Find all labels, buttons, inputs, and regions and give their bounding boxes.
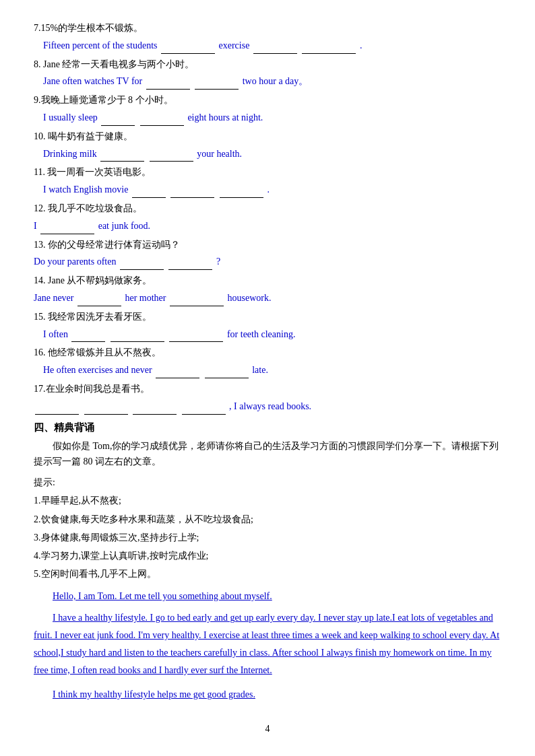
- question-8: 8. Jane 经常一天看电视多与两个小时。 Jane often watche…: [34, 57, 501, 90]
- question-13: 13. 你的父母经常进行体育运动吗？ Do your parents often…: [34, 237, 501, 271]
- q9-suffix: eight hours at night.: [187, 112, 263, 123]
- q12-cn: 12. 我几乎不吃垃圾食品。: [34, 201, 501, 217]
- question-15: 15. 我经常因洗牙去看牙医。 I often for teeth cleani…: [34, 309, 501, 343]
- q15-en-text: I often: [43, 329, 68, 339]
- q13-cn: 13. 你的父母经常进行体育运动吗？: [34, 237, 501, 253]
- q15-blank3[interactable]: [169, 341, 223, 342]
- q16-en: He often exercises and never late.: [34, 362, 501, 378]
- q14-suffix: housework.: [228, 293, 272, 303]
- q8-en: Jane often watches TV for two hour a day…: [34, 73, 501, 90]
- q7-blank2[interactable]: [253, 53, 297, 54]
- q14-en: Jane never her mother housework.: [34, 290, 501, 306]
- q11-suffix: .: [267, 184, 270, 195]
- q13-blank2[interactable]: [168, 269, 212, 270]
- essay-para1: I have a healthy lifestyle. I go to bed …: [34, 609, 501, 679]
- essay-block: Hello, I am Tom. Let me tell you somethi…: [34, 588, 501, 703]
- tips-label: 提示:: [34, 474, 501, 491]
- q13-suffix: ?: [216, 256, 220, 267]
- q11-cn: 11. 我一周看一次英语电影。: [34, 164, 501, 180]
- page-content: 7.15%的学生根本不锻炼。 Fifteen percent of the st…: [34, 20, 501, 734]
- q17-suffix: , I always read books.: [229, 401, 311, 411]
- section-4-title: 四、精典背诵: [34, 421, 501, 434]
- q7-period: .: [360, 40, 363, 50]
- q10-blank1[interactable]: [100, 161, 144, 162]
- q15-blank2[interactable]: [111, 341, 164, 342]
- essay-last-line: I think my healthy lifestyle helps me ge…: [34, 686, 501, 703]
- q13-blank1[interactable]: [120, 269, 164, 270]
- q10-en: Drinking milk your health.: [34, 146, 501, 162]
- essay-first-line: Hello, I am Tom. Let me tell you somethi…: [34, 588, 501, 605]
- tip-4: 4.学习努力,课堂上认真听讲,按时完成作业;: [34, 547, 501, 564]
- q7-en-text: Fifteen percent of the students: [43, 40, 158, 50]
- q17-blank3[interactable]: [133, 414, 177, 415]
- q7-exercise: exercise: [219, 40, 252, 50]
- tip-5: 5.空闲时间看书,几乎不上网。: [34, 565, 501, 582]
- tip-1: 1.早睡早起,从不熬夜;: [34, 492, 501, 509]
- q11-blank3[interactable]: [220, 197, 263, 198]
- q9-en-text: I usually sleep: [43, 112, 98, 123]
- q16-en-text: He often exercises and never: [43, 365, 152, 375]
- q11-blank1[interactable]: [132, 197, 166, 198]
- q14-blank1[interactable]: [77, 306, 121, 306]
- q8-suffix: two hour a day。: [243, 76, 309, 86]
- tip-2: 2.饮食健康,每天吃多种水果和蔬菜，从不吃垃圾食品;: [34, 511, 501, 528]
- section-4: 四、精典背诵 假如你是 Tom,你的学习成绩优异，老师请你将自己的生活及学习方面…: [34, 421, 501, 703]
- q8-cn: 8. Jane 经常一天看电视多与两个小时。: [34, 57, 501, 73]
- question-14: 14. Jane 从不帮妈妈做家务。 Jane never her mother…: [34, 273, 501, 306]
- question-17: 17.在业余时间我总是看书。 , I always read books.: [34, 381, 501, 415]
- q14-middle: her mother: [125, 293, 166, 303]
- q9-cn: 9.我晚上睡觉通常少于 8 个小时。: [34, 92, 501, 108]
- q16-cn: 16. 他经常锻炼并且从不熬夜。: [34, 345, 501, 361]
- q9-blank2[interactable]: [140, 125, 184, 126]
- q11-en-text: I watch English movie: [43, 184, 128, 195]
- question-9: 9.我晚上睡觉通常少于 8 个小时。 I usually sleep eight…: [34, 92, 501, 126]
- q7-en: Fifteen percent of the students exercise…: [34, 38, 501, 54]
- q17-cn: 17.在业余时间我总是看书。: [34, 381, 501, 397]
- q9-blank1[interactable]: [101, 125, 135, 126]
- q10-en-text: Drinking milk: [43, 149, 97, 159]
- q12-suffix: eat junk food.: [98, 221, 150, 231]
- q14-en-text: Jane never: [34, 293, 73, 303]
- q8-blank1[interactable]: [146, 89, 190, 90]
- q16-suffix: late.: [252, 365, 268, 375]
- q15-en: I often for teeth cleaning.: [34, 327, 501, 343]
- section-4-intro: 假如你是 Tom,你的学习成绩优异，老师请你将自己的生活及学习方面的习惯跟同学们…: [34, 438, 501, 471]
- q17-blank4[interactable]: [182, 414, 226, 415]
- q7-blank3[interactable]: [302, 53, 356, 54]
- q10-blank2[interactable]: [150, 161, 193, 162]
- q10-suffix: your health.: [197, 149, 242, 159]
- question-11: 11. 我一周看一次英语电影。 I watch English movie .: [34, 164, 501, 198]
- question-10: 10. 喝牛奶有益于健康。 Drinking milk your health.: [34, 129, 501, 162]
- q8-en-text: Jane often watches TV for: [43, 76, 142, 86]
- q10-cn: 10. 喝牛奶有益于健康。: [34, 129, 501, 145]
- q15-suffix: for teeth cleaning.: [227, 329, 295, 339]
- q8-blank2[interactable]: [195, 89, 239, 90]
- q12-en: I eat junk food.: [34, 218, 501, 234]
- tips-block: 提示: 1.早睡早起,从不熬夜; 2.饮食健康,每天吃多种水果和蔬菜，从不吃垃圾…: [34, 474, 501, 582]
- q9-en: I usually sleep eight hours at night.: [34, 110, 501, 126]
- tip-3: 3.身体健康,每周锻炼三次,坚持步行上学;: [34, 529, 501, 546]
- q17-blank2[interactable]: [84, 414, 128, 415]
- q15-blank1[interactable]: [71, 341, 105, 342]
- q12-blank1[interactable]: [40, 234, 94, 234]
- page-number: 4: [34, 724, 501, 734]
- q14-cn: 14. Jane 从不帮妈妈做家务。: [34, 273, 501, 289]
- question-12: 12. 我几乎不吃垃圾食品。 I eat junk food.: [34, 201, 501, 234]
- question-7: 7.15%的学生根本不锻炼。 Fifteen percent of the st…: [34, 20, 501, 54]
- q14-blank2[interactable]: [170, 306, 224, 306]
- q7-blank1[interactable]: [161, 53, 215, 54]
- q13-en-text: Do your parents often: [34, 256, 116, 267]
- q15-cn: 15. 我经常因洗牙去看牙医。: [34, 309, 501, 325]
- q7-cn: 7.15%的学生根本不锻炼。: [34, 20, 501, 36]
- q16-blank2[interactable]: [205, 378, 249, 378]
- q11-blank2[interactable]: [170, 197, 214, 198]
- q17-en: , I always read books.: [34, 399, 501, 415]
- q12-en-text: I: [34, 221, 37, 231]
- q17-blank1[interactable]: [35, 414, 79, 415]
- question-16: 16. 他经常锻炼并且从不熬夜。 He often exercises and …: [34, 345, 501, 378]
- q11-en: I watch English movie .: [34, 182, 501, 198]
- q13-en: Do your parents often ?: [34, 254, 501, 270]
- q16-blank1[interactable]: [156, 378, 199, 378]
